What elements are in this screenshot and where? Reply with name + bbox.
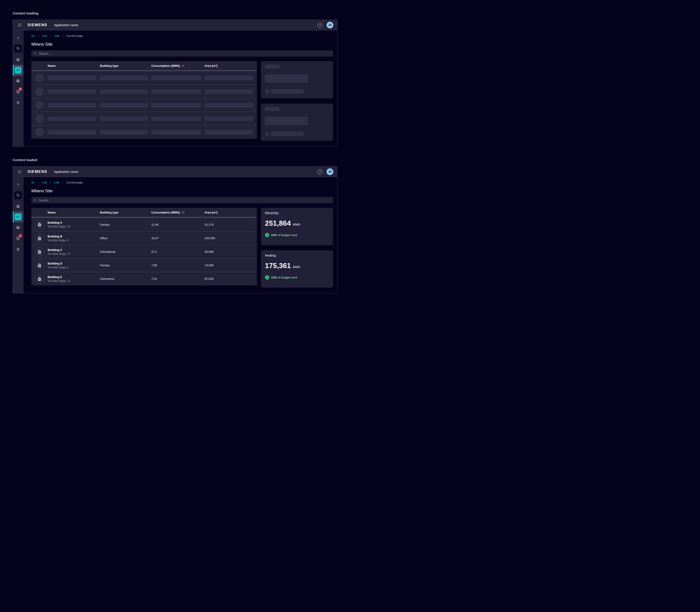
trend-chart-icon: [15, 67, 22, 73]
skeleton-bar: [100, 103, 148, 108]
skeleton-bar: [100, 116, 148, 121]
sort-descending-icon: [182, 211, 185, 214]
table-row[interactable]: Building EVia della Spiga, 21 Commerce 7…: [31, 272, 257, 286]
skeleton-bar: [204, 89, 253, 94]
kpi-value: 175,361: [265, 262, 291, 270]
building-name: Building E: [47, 275, 100, 279]
sidebar-expand-button[interactable]: [13, 32, 23, 43]
breadcrumb-link-1[interactable]: Link: [42, 34, 47, 38]
table-row[interactable]: Building BVia della Spiga, 9 Office 10,0…: [31, 231, 257, 245]
sidebar-item-security[interactable]: 1: [13, 233, 23, 244]
skeleton-avatar: [35, 128, 44, 137]
column-header-type[interactable]: Building type: [100, 211, 151, 214]
column-header-area[interactable]: Area [m²]: [204, 211, 257, 214]
building-name: Building C: [47, 248, 100, 252]
sidebar-item-home[interactable]: [13, 200, 23, 211]
skeleton-bar: [47, 89, 96, 94]
sidebar-item-layers[interactable]: [13, 75, 23, 86]
chevron-right-icon: [61, 181, 64, 184]
skeleton-avatar: [35, 114, 44, 123]
app-header: SIEMENS Application name ? JD: [13, 20, 337, 30]
breadcrumb-root-icon[interactable]: [31, 34, 35, 38]
skeleton-bar: [100, 75, 148, 80]
skeleton-bar: [265, 65, 280, 69]
kpi-card-heating: Heating 175,361 MWh 12% of budget used: [261, 250, 333, 288]
column-header-type[interactable]: Building type: [100, 64, 151, 68]
skeleton-bar: [47, 116, 96, 121]
sidebar-item-analytics[interactable]: [13, 211, 23, 222]
notification-badge: 1: [19, 87, 22, 91]
search-input[interactable]: [39, 198, 331, 202]
chevron-right-icon: [37, 181, 40, 184]
skeleton-bar: [100, 130, 148, 135]
app-switcher-button[interactable]: [17, 22, 23, 28]
table-header-row: Name Building type Consumption [MWh] Are…: [31, 208, 257, 217]
card-title: Electricity: [265, 211, 329, 215]
budget-status: 10% of budget used: [265, 233, 329, 237]
consumption-value: 11,04: [151, 223, 204, 226]
sidebar-item-security[interactable]: 1: [13, 86, 23, 97]
skeleton-dot: [265, 89, 270, 94]
column-header-consumption[interactable]: Consumption [MWh]: [151, 211, 204, 214]
skeleton-bar: [151, 130, 201, 135]
skeleton-bar: [265, 117, 308, 125]
building-icon: [35, 274, 44, 283]
building-name: Building A: [47, 221, 100, 224]
building-icon: [35, 220, 44, 229]
column-header-consumption[interactable]: Consumption [MWh]: [151, 64, 204, 68]
table-row[interactable]: Building CVia della Spiga, 17 Educationa…: [31, 245, 257, 259]
budget-percent: 10%: [271, 233, 277, 237]
chevron-right-icon: [49, 34, 52, 38]
breadcrumb-link-2[interactable]: Link: [54, 181, 59, 184]
app-switcher-button[interactable]: [17, 169, 23, 175]
skeleton-row: [31, 71, 257, 85]
state-label-loading: Content loading: [13, 11, 350, 15]
breadcrumb-link-2[interactable]: Link: [54, 34, 59, 38]
building-type: Commerce: [100, 277, 151, 280]
help-button[interactable]: ?: [317, 169, 323, 175]
help-button[interactable]: ?: [317, 23, 323, 28]
avatar[interactable]: JD: [327, 22, 333, 28]
building-address: Via della Spiga, 21: [47, 279, 100, 282]
skeleton-bar: [271, 89, 304, 94]
sidebar-item-search[interactable]: [13, 43, 23, 54]
sidebar-item-locations[interactable]: [13, 244, 23, 255]
location-pin-icon: [16, 247, 20, 252]
building-type: Factory: [100, 264, 151, 267]
sidebar-item-home[interactable]: [13, 54, 23, 65]
location-pin-icon: [16, 100, 20, 105]
search-icon: [33, 52, 37, 55]
table-row[interactable]: Building AVia della Spiga, 15 Factory 11…: [31, 218, 257, 231]
area-value: 100,265: [204, 236, 257, 240]
help-icon: ?: [319, 170, 321, 173]
check-circle-icon: [265, 275, 269, 280]
search-bar: [31, 197, 333, 203]
layers-icon: [16, 79, 20, 83]
column-header-name[interactable]: Name: [47, 211, 100, 214]
layers-icon: [16, 225, 20, 230]
table-row[interactable]: Building DVia della Spiga, 5 Factory 7,5…: [31, 259, 257, 272]
expand-icon: [16, 183, 20, 186]
breadcrumb-link-1[interactable]: Link: [42, 181, 47, 184]
sidebar-item-layers[interactable]: [13, 222, 23, 233]
breadcrumb-root-icon[interactable]: [31, 181, 35, 184]
kpi-unit: MWh: [293, 223, 300, 226]
column-header-name[interactable]: Name: [47, 64, 100, 68]
skeleton-bar: [265, 107, 280, 111]
skeleton-row: [31, 85, 257, 98]
consumption-value: 7,56: [151, 264, 204, 267]
area-value: 87,028: [204, 277, 257, 280]
avatar[interactable]: JD: [327, 168, 333, 175]
sidebar-item-analytics[interactable]: [13, 65, 23, 75]
search-icon: [14, 191, 22, 199]
area-value: 74,536: [204, 264, 257, 267]
building-icon: [35, 247, 44, 256]
search-input[interactable]: [39, 52, 331, 55]
column-header-area[interactable]: Area [m²]: [204, 64, 257, 68]
app-frame-loaded: SIEMENS Application name ? JD 1 Link Lin…: [13, 166, 337, 293]
sidebar-item-search[interactable]: [13, 190, 23, 200]
page-title: Milano Site: [31, 189, 333, 193]
sidebar-expand-button[interactable]: [13, 179, 23, 190]
breadcrumb: Link Link Current page: [31, 181, 333, 184]
sidebar-item-locations[interactable]: [13, 97, 23, 108]
